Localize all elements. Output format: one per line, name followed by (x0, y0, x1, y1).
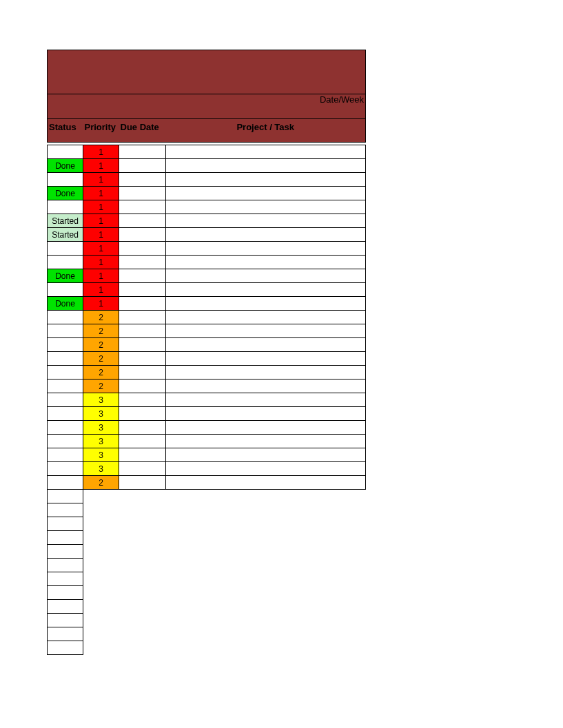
empty-cell[interactable] (48, 641, 83, 655)
project-task-cell[interactable] (166, 269, 366, 283)
status-cell[interactable] (48, 421, 83, 435)
project-task-cell[interactable] (166, 297, 366, 311)
table-row[interactable]: 2 (48, 338, 366, 352)
table-row[interactable]: 3 (48, 435, 366, 448)
empty-cell[interactable] (48, 503, 83, 517)
due-date-cell[interactable] (119, 435, 166, 448)
due-date-cell[interactable] (119, 421, 166, 435)
due-date-cell[interactable] (119, 366, 166, 379)
status-cell[interactable] (48, 393, 83, 407)
table-row[interactable]: 2 (48, 352, 366, 366)
table-row[interactable]: 1 (48, 200, 366, 214)
status-cell[interactable] (48, 448, 83, 462)
due-date-cell[interactable] (119, 173, 166, 187)
priority-cell[interactable]: 1 (83, 228, 119, 242)
priority-cell[interactable]: 1 (83, 269, 119, 283)
project-task-cell[interactable] (166, 228, 366, 242)
table-row[interactable] (48, 586, 83, 600)
project-task-cell[interactable] (166, 200, 366, 214)
table-row[interactable] (48, 531, 83, 545)
priority-cell[interactable]: 1 (83, 187, 119, 200)
table-row[interactable]: 1 (48, 173, 366, 187)
priority-cell[interactable]: 1 (83, 159, 119, 173)
table-row[interactable]: 3 (48, 393, 366, 407)
project-task-cell[interactable] (166, 448, 366, 462)
priority-cell[interactable]: 2 (83, 338, 119, 352)
table-row[interactable] (48, 572, 83, 586)
status-cell[interactable]: Done (48, 159, 83, 173)
table-row[interactable] (48, 490, 83, 503)
due-date-cell[interactable] (119, 393, 166, 407)
table-row[interactable]: Started1 (48, 214, 366, 228)
table-row[interactable]: 2 (48, 476, 366, 490)
due-date-cell[interactable] (119, 256, 166, 269)
project-task-cell[interactable] (166, 366, 366, 379)
due-date-cell[interactable] (119, 462, 166, 476)
table-row[interactable] (48, 545, 83, 559)
due-date-cell[interactable] (119, 407, 166, 421)
priority-cell[interactable]: 1 (83, 214, 119, 228)
due-date-cell[interactable] (119, 200, 166, 214)
due-date-cell[interactable] (119, 352, 166, 366)
due-date-cell[interactable] (119, 159, 166, 173)
status-cell[interactable] (48, 435, 83, 448)
priority-cell[interactable]: 3 (83, 448, 119, 462)
priority-cell[interactable]: 1 (83, 297, 119, 311)
table-row[interactable]: Done1 (48, 187, 366, 200)
project-task-cell[interactable] (166, 338, 366, 352)
project-task-cell[interactable] (166, 352, 366, 366)
priority-cell[interactable]: 3 (83, 407, 119, 421)
due-date-cell[interactable] (119, 338, 166, 352)
due-date-cell[interactable] (119, 214, 166, 228)
empty-cell[interactable] (48, 627, 83, 641)
table-row[interactable]: 3 (48, 462, 366, 476)
empty-cell[interactable] (48, 531, 83, 545)
project-task-cell[interactable] (166, 462, 366, 476)
empty-cell[interactable] (48, 572, 83, 586)
status-cell[interactable] (48, 366, 83, 379)
table-row[interactable]: 1 (48, 242, 366, 256)
status-cell[interactable] (48, 242, 83, 256)
due-date-cell[interactable] (119, 187, 166, 200)
table-row[interactable]: 2 (48, 311, 366, 324)
status-cell[interactable]: Done (48, 297, 83, 311)
status-cell[interactable]: Done (48, 269, 83, 283)
priority-cell[interactable]: 2 (83, 366, 119, 379)
table-row[interactable]: Done1 (48, 159, 366, 173)
table-row[interactable]: 1 (48, 256, 366, 269)
project-task-cell[interactable] (166, 159, 366, 173)
empty-cell[interactable] (48, 600, 83, 614)
priority-cell[interactable]: 2 (83, 311, 119, 324)
status-cell[interactable] (48, 145, 83, 159)
priority-cell[interactable]: 3 (83, 462, 119, 476)
status-cell[interactable] (48, 476, 83, 490)
due-date-cell[interactable] (119, 145, 166, 159)
status-cell[interactable] (48, 338, 83, 352)
due-date-cell[interactable] (119, 283, 166, 297)
priority-cell[interactable]: 2 (83, 352, 119, 366)
priority-cell[interactable]: 3 (83, 435, 119, 448)
empty-cell[interactable] (48, 614, 83, 627)
priority-cell[interactable]: 2 (83, 324, 119, 338)
priority-cell[interactable]: 1 (83, 283, 119, 297)
due-date-cell[interactable] (119, 269, 166, 283)
priority-cell[interactable]: 3 (83, 393, 119, 407)
table-row[interactable] (48, 641, 83, 655)
project-task-cell[interactable] (166, 311, 366, 324)
table-row[interactable]: 3 (48, 448, 366, 462)
empty-cell[interactable] (48, 586, 83, 600)
table-row[interactable]: 1 (48, 145, 366, 159)
table-row[interactable]: 2 (48, 379, 366, 393)
empty-cell[interactable] (48, 559, 83, 572)
table-row[interactable] (48, 600, 83, 614)
project-task-cell[interactable] (166, 435, 366, 448)
status-cell[interactable] (48, 352, 83, 366)
priority-cell[interactable]: 1 (83, 145, 119, 159)
project-task-cell[interactable] (166, 242, 366, 256)
priority-cell[interactable]: 3 (83, 421, 119, 435)
status-cell[interactable] (48, 256, 83, 269)
table-row[interactable]: 1 (48, 283, 366, 297)
table-row[interactable]: Started1 (48, 228, 366, 242)
project-task-cell[interactable] (166, 379, 366, 393)
priority-cell[interactable]: 1 (83, 200, 119, 214)
